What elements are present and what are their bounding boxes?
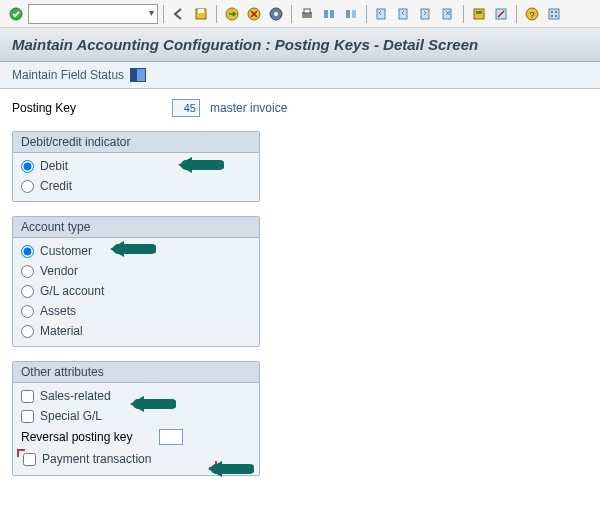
- svg-rect-13: [377, 9, 385, 19]
- page-title: Maintain Accounting Configuration : Post…: [0, 28, 600, 62]
- back-icon[interactable]: [169, 4, 189, 24]
- save-icon[interactable]: [191, 4, 211, 24]
- account-type-header: Account type: [13, 217, 259, 238]
- svg-rect-11: [346, 10, 350, 18]
- reversal-posting-key-input[interactable]: [159, 429, 183, 445]
- vendor-radio[interactable]: [21, 265, 34, 278]
- gl-account-radio[interactable]: [21, 285, 34, 298]
- svg-rect-10: [330, 10, 334, 18]
- material-radio[interactable]: [21, 325, 34, 338]
- main-toolbar: ?: [0, 0, 600, 28]
- find-icon[interactable]: [319, 4, 339, 24]
- find-next-icon[interactable]: [341, 4, 361, 24]
- assets-label: Assets: [40, 304, 76, 318]
- new-session-icon[interactable]: [469, 4, 489, 24]
- debit-credit-header: Debit/credit indicator: [13, 132, 259, 153]
- svg-text:?: ?: [529, 10, 534, 20]
- svg-rect-25: [551, 15, 553, 17]
- customer-radio[interactable]: [21, 245, 34, 258]
- first-page-icon[interactable]: [372, 4, 392, 24]
- credit-label: Credit: [40, 179, 72, 193]
- material-label: Material: [40, 324, 83, 338]
- payment-transaction-label: Payment transaction: [42, 452, 151, 466]
- other-attributes-header: Other attributes: [13, 362, 259, 383]
- svg-rect-24: [555, 11, 557, 13]
- highlight-corner-icon: [209, 461, 217, 469]
- svg-point-6: [274, 12, 278, 16]
- svg-rect-9: [324, 10, 328, 18]
- svg-rect-8: [304, 9, 310, 13]
- highlight-corner-icon: [17, 449, 25, 457]
- reversal-posting-key-label: Reversal posting key: [21, 430, 151, 444]
- posting-key-description: master invoice: [210, 101, 287, 115]
- svg-rect-22: [549, 9, 559, 19]
- command-input[interactable]: [28, 4, 158, 24]
- exit-icon[interactable]: [222, 4, 242, 24]
- sales-related-label: Sales-related: [40, 389, 111, 403]
- sub-toolbar: Maintain Field Status: [0, 62, 600, 89]
- prev-page-icon[interactable]: [394, 4, 414, 24]
- svg-rect-2: [198, 9, 204, 13]
- debit-radio[interactable]: [21, 160, 34, 173]
- maintain-field-status-link[interactable]: Maintain Field Status: [12, 68, 124, 82]
- field-status-icon[interactable]: [130, 68, 146, 82]
- account-type-group: Account type Customer Vendor G/L account…: [12, 216, 260, 347]
- debit-credit-group: Debit/credit indicator Debit Credit: [12, 131, 260, 202]
- svg-rect-12: [352, 10, 356, 18]
- special-gl-checkbox[interactable]: [21, 410, 34, 423]
- svg-rect-26: [555, 15, 557, 17]
- svg-rect-23: [551, 11, 553, 13]
- other-attributes-group: Other attributes Sales-related Special G…: [12, 361, 260, 476]
- special-gl-label: Special G/L: [40, 409, 102, 423]
- next-page-icon[interactable]: [416, 4, 436, 24]
- cancel-icon[interactable]: [244, 4, 264, 24]
- posting-key-input[interactable]: [172, 99, 200, 117]
- print-icon[interactable]: [297, 4, 317, 24]
- help-icon[interactable]: ?: [522, 4, 542, 24]
- posting-key-label: Posting Key: [12, 101, 162, 115]
- credit-radio[interactable]: [21, 180, 34, 193]
- session-icon[interactable]: [266, 4, 286, 24]
- svg-rect-18: [476, 11, 482, 14]
- debit-label: Debit: [40, 159, 68, 173]
- vendor-label: Vendor: [40, 264, 78, 278]
- assets-radio[interactable]: [21, 305, 34, 318]
- shortcut-icon[interactable]: [491, 4, 511, 24]
- settings-icon[interactable]: [544, 4, 564, 24]
- enter-icon[interactable]: [6, 4, 26, 24]
- gl-account-label: G/L account: [40, 284, 104, 298]
- sales-related-checkbox[interactable]: [21, 390, 34, 403]
- last-page-icon[interactable]: [438, 4, 458, 24]
- customer-label: Customer: [40, 244, 92, 258]
